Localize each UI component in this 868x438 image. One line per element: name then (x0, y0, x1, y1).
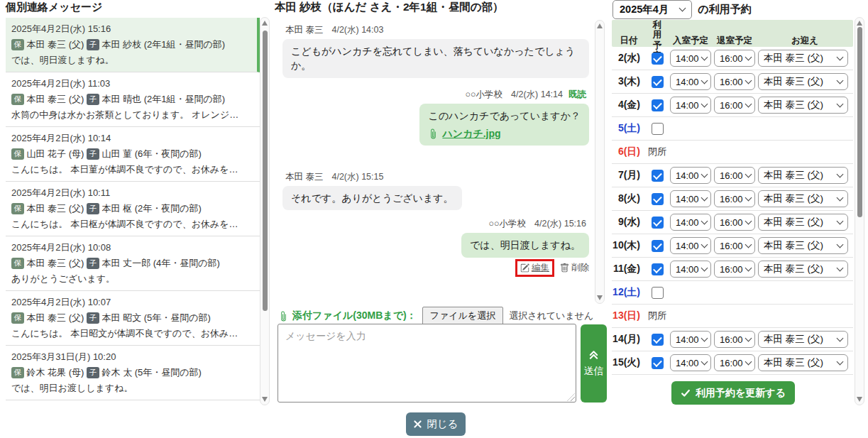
scroll-up-icon[interactable] (857, 21, 862, 26)
month-select[interactable]: 2025年4月 (612, 0, 692, 19)
list-item[interactable]: 2025年4月2日(水) 11:03 保本田 泰三 (父) 子本田 晴也 (2年… (6, 72, 260, 127)
reservation-row: 8(火) 14:00 16:00 本田 泰三 (父) (612, 187, 853, 211)
scroll-up-icon[interactable] (597, 23, 603, 28)
usage-checkbox[interactable] (652, 217, 664, 229)
close-button[interactable]: 閉じる (406, 412, 466, 436)
delete-message-link[interactable]: 削除 (560, 262, 589, 274)
attachment-link[interactable]: ハンカチ.jpg (442, 126, 500, 141)
exit-time-select[interactable]: 16:00 (714, 237, 755, 254)
guardian-name: 鈴木 花果 (母) (27, 367, 84, 378)
col-pickup: お迎え (757, 35, 853, 45)
entry-time-select[interactable]: 14:00 (670, 167, 711, 184)
list-item[interactable]: 2025年3月31日(月) 10:20 保鈴木 花果 (母) 子鈴木 太 (5年… (6, 346, 260, 400)
entry-time-select[interactable]: 14:00 (670, 237, 711, 254)
message-list: 2025年4月2日(水) 15:16 保本田 泰三 (父) 子本田 紗枝 (2年… (6, 18, 260, 406)
exit-time-select[interactable]: 16:00 (714, 73, 755, 90)
exit-time-select[interactable]: 16:00 (714, 50, 755, 67)
list-item[interactable]: 2025年4月2日(水) 15:16 保本田 泰三 (父) 子本田 紗枝 (2年… (6, 18, 260, 72)
reservation-date: 11(金) (612, 263, 646, 275)
usage-checkbox[interactable] (652, 287, 664, 299)
exit-time-select[interactable]: 16:00 (714, 214, 755, 231)
chat-scrollbar[interactable] (595, 20, 605, 304)
pickup-person-select[interactable]: 本田 泰三 (父) (758, 261, 848, 278)
child-name: 本田 丈一郎 (4年・昼間の部) (102, 258, 220, 268)
read-status: 既読 (568, 89, 586, 99)
entry-time-select[interactable]: 14:00 (670, 73, 711, 90)
chevron-down-icon (745, 217, 752, 224)
reservation-rows: 2(水) 14:00 16:00 本田 泰三 (父) 3(木) 14:00 16… (612, 47, 853, 375)
scroll-up-icon[interactable] (262, 21, 268, 26)
sender-name: 本田 泰三 (285, 25, 323, 35)
usage-checkbox[interactable] (652, 99, 664, 111)
list-item[interactable]: 2025年4月2日(水) 10:14 保山田 花子 (母) 子山田 菫 (6年・… (6, 127, 260, 182)
usage-checkbox[interactable] (652, 123, 664, 135)
child-name: 本田 昭文 (5年・昼間の部) (102, 312, 211, 323)
entry-time-select[interactable]: 14:00 (670, 331, 711, 348)
chevron-down-icon (837, 334, 844, 341)
list-item[interactable]: 2025年4月2日(水) 10:11 保本田 泰三 (父) 子本田 枢 (2年・… (6, 182, 260, 236)
scroll-down-icon[interactable] (857, 397, 862, 402)
entry-time-select[interactable]: 14:00 (670, 354, 711, 371)
pickup-person-select[interactable]: 本田 泰三 (父) (758, 331, 848, 348)
pickup-person-select[interactable]: 本田 泰三 (父) (758, 190, 848, 207)
exit-time-select[interactable]: 16:00 (714, 167, 755, 184)
usage-checkbox[interactable] (652, 53, 664, 65)
usage-checkbox[interactable] (652, 334, 664, 346)
child-badge: 子 (87, 312, 99, 324)
entry-time-select[interactable]: 14:00 (670, 50, 711, 67)
pickup-person-select[interactable]: 本田 泰三 (父) (758, 167, 848, 184)
pickup-person-select[interactable]: 本田 泰三 (父) (758, 354, 848, 371)
pickup-person-select[interactable]: 本田 泰三 (父) (758, 73, 848, 90)
pickup-person-select[interactable]: 本田 泰三 (父) (758, 214, 848, 231)
message-time: 4/2(水) 15:15 (331, 172, 383, 182)
chevron-down-icon (701, 77, 708, 84)
list-item[interactable]: 2025年4月2日(水) 10:08 保本田 泰三 (父) 子本田 丈一郎 (4… (6, 236, 260, 291)
page-title: 個別連絡メッセージ (6, 1, 102, 14)
chat-panel: 本田 紗枝（ほんだ さえ・2年1組・昼間の部） 本田 泰三4/2(水) 14:0… (270, 0, 609, 438)
entry-time-select[interactable]: 14:00 (670, 261, 711, 278)
exit-time-select[interactable]: 16:00 (714, 331, 755, 348)
list-item[interactable]: 2025年4月2日(水) 10:07 保本田 泰三 (父) 子本田 昭文 (5年… (6, 291, 260, 346)
update-reservation-button[interactable]: 利用予約を更新する (671, 381, 795, 405)
reservation-scrollbar[interactable] (855, 17, 864, 405)
scrollbar-thumb[interactable] (857, 27, 862, 217)
usage-checkbox[interactable] (652, 193, 664, 205)
message-input[interactable] (278, 324, 576, 403)
usage-checkbox[interactable] (652, 240, 664, 252)
guardian-name: 本田 泰三 (父) (27, 312, 84, 323)
scroll-down-icon[interactable] (262, 397, 268, 402)
pickup-person-select[interactable]: 本田 泰三 (父) (758, 97, 848, 114)
usage-checkbox[interactable] (652, 263, 664, 275)
exit-time-select[interactable]: 16:00 (714, 190, 755, 207)
pickup-person-select[interactable]: 本田 泰三 (父) (758, 237, 848, 254)
reservation-date: 8(火) (612, 192, 646, 205)
list-item[interactable]: 2025年3月31日(月) 9:38 保山田 花子 (母) 子山田 太郎 (3年… (6, 400, 260, 406)
paperclip-icon (428, 128, 439, 139)
child-name: 本田 枢 (2年・夜間の部) (102, 203, 202, 214)
scroll-down-icon[interactable] (597, 295, 603, 300)
message-date: 2025年4月2日(水) 10:14 (11, 132, 254, 145)
exit-time-select[interactable]: 16:00 (714, 97, 755, 114)
send-button[interactable]: 送信 (581, 324, 607, 403)
scrollbar-thumb[interactable] (263, 31, 268, 311)
exit-time-select[interactable]: 16:00 (714, 354, 755, 371)
entry-time-select[interactable]: 14:00 (670, 97, 711, 114)
usage-checkbox[interactable] (652, 170, 664, 182)
choose-file-button[interactable]: ファイルを選択 (422, 307, 504, 325)
message-date: 2025年4月2日(水) 11:03 (11, 77, 254, 90)
entry-time-select[interactable]: 14:00 (670, 214, 711, 231)
usage-checkbox[interactable] (652, 357, 664, 369)
reservation-date: 15(火) (612, 356, 646, 369)
chevron-down-icon (701, 194, 708, 201)
pickup-person-select[interactable]: 本田 泰三 (父) (758, 50, 848, 67)
message-time: 4/2(水) 14:14 (511, 89, 563, 99)
chevron-down-icon (701, 170, 708, 177)
message-time: 4/2(水) 15:16 (534, 219, 586, 229)
exit-time-select[interactable]: 16:00 (714, 261, 755, 278)
reservation-row: 5(土) (612, 117, 853, 141)
entry-time-select[interactable]: 14:00 (670, 190, 711, 207)
usage-checkbox[interactable] (652, 76, 664, 88)
edit-message-link[interactable]: 編集 (520, 262, 549, 274)
message-list-scrollbar[interactable] (260, 17, 270, 405)
reservation-row: 3(木) 14:00 16:00 本田 泰三 (父) (612, 70, 853, 94)
